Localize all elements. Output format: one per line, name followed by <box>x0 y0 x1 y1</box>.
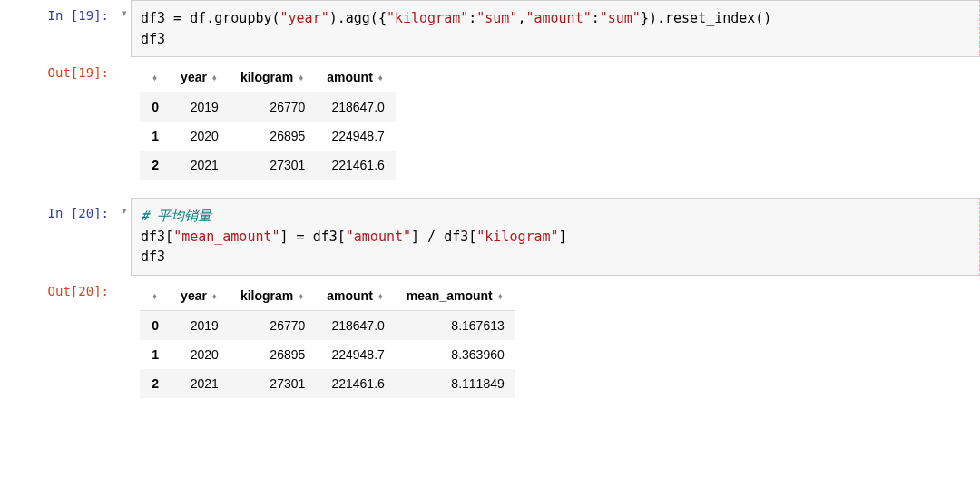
cell-year: 2021 <box>170 151 230 180</box>
code-token: "kilogram" <box>387 10 468 26</box>
code-token: df3 <box>141 31 165 47</box>
column-label: mean_amount <box>407 288 493 303</box>
cell-kilogram: 26770 <box>230 310 316 340</box>
row-index: 2 <box>140 151 170 180</box>
dataframe-table-19: ♦ year ♦ kilogram ♦ amount ♦ 0 2019 2677… <box>140 63 396 180</box>
column-header-index[interactable]: ♦ <box>140 281 170 311</box>
cell-mean-amount: 8.363960 <box>396 340 515 369</box>
cell-amount: 218647.0 <box>316 92 396 122</box>
sort-icon[interactable]: ♦ <box>212 74 217 82</box>
cell-year: 2019 <box>170 92 230 122</box>
code-token: }).reset_index() <box>641 10 772 26</box>
in-prompt-19: In [19]: <box>0 0 118 57</box>
cell-year: 2020 <box>170 122 230 151</box>
column-label: kilogram <box>240 288 293 303</box>
code-token: ).agg({ <box>329 10 387 26</box>
spacer <box>118 276 131 416</box>
column-label: kilogram <box>240 70 293 84</box>
table-row: 0 2019 26770 218647.0 <box>140 92 396 122</box>
code-comment: # 平均销量 <box>141 208 211 224</box>
sort-icon[interactable]: ♦ <box>378 74 383 82</box>
sort-icon[interactable]: ♦ <box>498 293 503 300</box>
column-label: year <box>181 70 207 84</box>
sort-icon[interactable]: ♦ <box>378 293 383 300</box>
code-input-19[interactable]: df3 = df.groupby("year").agg({"kilogram"… <box>131 0 980 57</box>
row-index: 2 <box>140 369 170 398</box>
table-row: 2 2021 27301 221461.6 8.111849 <box>140 369 515 398</box>
cell-kilogram: 26895 <box>230 340 316 369</box>
dataframe-table-20: ♦ year ♦ kilogram ♦ amount ♦ mean_amount… <box>140 281 515 398</box>
cell-kilogram: 26895 <box>230 122 316 151</box>
code-token: df3[ <box>141 229 173 245</box>
cell-kilogram: 26770 <box>230 92 316 122</box>
cell-amount: 224948.7 <box>316 340 396 369</box>
cell-kilogram: 27301 <box>230 369 316 398</box>
column-label: year <box>181 288 207 303</box>
cell-mean-amount: 8.111849 <box>396 369 515 398</box>
code-token: df3 = df.groupby( <box>141 10 280 26</box>
code-token: "mean_amount" <box>173 229 279 245</box>
cell-year: 2021 <box>170 369 230 398</box>
code-token: "kilogram" <box>476 229 558 245</box>
cell-year: 2020 <box>170 340 230 369</box>
column-header-kilogram[interactable]: kilogram ♦ <box>230 281 316 311</box>
table-header-row: ♦ year ♦ kilogram ♦ amount ♦ mean_amount… <box>140 281 515 311</box>
sort-icon[interactable]: ♦ <box>299 293 303 300</box>
output-area-20: ♦ year ♦ kilogram ♦ amount ♦ mean_amount… <box>131 276 980 416</box>
output-area-19: ♦ year ♦ kilogram ♦ amount ♦ 0 2019 2677… <box>131 57 980 198</box>
cell-mean-amount: 8.167613 <box>396 310 515 340</box>
row-index: 0 <box>140 92 170 122</box>
row-index: 1 <box>140 122 170 151</box>
code-token: "sum" <box>600 10 641 26</box>
code-token: : <box>592 10 600 26</box>
cell-kilogram: 27301 <box>230 151 316 180</box>
code-token: "year" <box>280 10 329 26</box>
cell-19-input: In [19]: ▾ df3 = df.groupby("year").agg(… <box>0 0 980 57</box>
table-header-row: ♦ year ♦ kilogram ♦ amount ♦ <box>140 63 396 92</box>
row-index: 1 <box>140 340 170 369</box>
sort-icon[interactable]: ♦ <box>152 74 157 82</box>
cell-year: 2019 <box>170 310 230 340</box>
sort-icon[interactable]: ♦ <box>299 74 303 82</box>
cell-amount: 221461.6 <box>316 151 396 180</box>
table-row: 1 2020 26895 224948.7 8.363960 <box>140 340 515 369</box>
cell-20-input: In [20]: ▾ # 平均销量 df3["mean_amount"] = d… <box>0 198 980 276</box>
code-token: ] / df3[ <box>411 229 476 245</box>
code-token: "amount" <box>346 229 411 245</box>
code-token: ] <box>559 229 567 245</box>
column-header-year[interactable]: year ♦ <box>170 281 230 311</box>
code-token: "amount" <box>525 10 591 26</box>
out-prompt-20: Out[20]: <box>0 276 118 416</box>
table-row: 1 2020 26895 224948.7 <box>140 122 396 151</box>
column-header-year[interactable]: year ♦ <box>170 63 230 92</box>
run-indicator-icon[interactable]: ▾ <box>118 0 131 57</box>
code-token: : <box>468 10 476 26</box>
sort-icon[interactable]: ♦ <box>152 293 157 300</box>
table-row: 2 2021 27301 221461.6 <box>140 151 396 180</box>
cell-amount: 221461.6 <box>316 369 396 398</box>
run-indicator-icon[interactable]: ▾ <box>118 198 131 276</box>
column-header-index[interactable]: ♦ <box>140 63 170 92</box>
cell-20-output: Out[20]: ♦ year ♦ kilogram ♦ amount ♦ me… <box>0 276 980 416</box>
code-token: "sum" <box>476 10 517 26</box>
code-token: df3 <box>141 248 165 265</box>
in-prompt-20: In [20]: <box>0 198 118 276</box>
sort-icon[interactable]: ♦ <box>212 293 217 300</box>
cell-amount: 218647.0 <box>316 310 396 340</box>
column-header-kilogram[interactable]: kilogram ♦ <box>230 63 316 92</box>
column-header-amount[interactable]: amount ♦ <box>316 281 396 311</box>
column-label: amount <box>327 70 373 84</box>
table-row: 0 2019 26770 218647.0 8.167613 <box>140 310 515 340</box>
column-header-amount[interactable]: amount ♦ <box>316 63 396 92</box>
column-label: amount <box>327 288 373 303</box>
row-index: 0 <box>140 310 170 340</box>
column-header-mean-amount[interactable]: mean_amount ♦ <box>396 281 515 311</box>
spacer <box>118 57 131 198</box>
out-prompt-19: Out[19]: <box>0 57 118 198</box>
code-input-20[interactable]: # 平均销量 df3["mean_amount"] = df3["amount"… <box>131 198 980 276</box>
cell-amount: 224948.7 <box>316 122 396 151</box>
cell-19-output: Out[19]: ♦ year ♦ kilogram ♦ amount ♦ 0 … <box>0 57 980 198</box>
code-token: ] = df3[ <box>280 229 346 245</box>
